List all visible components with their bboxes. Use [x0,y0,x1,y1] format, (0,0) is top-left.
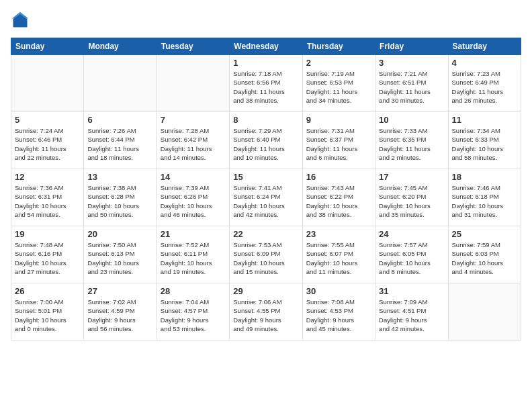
day-number: 9 [306,115,371,125]
day-number: 13 [87,172,152,182]
day-cell: 13Sunrise: 7:38 AM Sunset: 6:28 PM Dayli… [84,169,157,226]
week-row-3: 12Sunrise: 7:36 AM Sunset: 6:31 PM Dayli… [11,169,521,226]
day-cell: 24Sunrise: 7:57 AM Sunset: 6:05 PM Dayli… [375,226,448,283]
day-cell [11,55,84,112]
day-info: Sunrise: 7:39 AM Sunset: 6:26 PM Dayligh… [161,183,226,219]
day-info: Sunrise: 7:31 AM Sunset: 6:37 PM Dayligh… [306,126,371,162]
day-number: 28 [161,286,226,296]
day-cell: 27Sunrise: 7:02 AM Sunset: 4:59 PM Dayli… [84,283,157,340]
day-info: Sunrise: 7:34 AM Sunset: 6:33 PM Dayligh… [452,126,517,162]
day-info: Sunrise: 7:00 AM Sunset: 5:01 PM Dayligh… [15,298,80,333]
day-info: Sunrise: 7:38 AM Sunset: 6:28 PM Dayligh… [87,183,152,219]
day-info: Sunrise: 7:41 AM Sunset: 6:24 PM Dayligh… [233,183,298,219]
day-info: Sunrise: 7:21 AM Sunset: 6:51 PM Dayligh… [379,69,444,105]
day-cell: 10Sunrise: 7:33 AM Sunset: 6:35 PM Dayli… [375,112,448,169]
week-row-5: 26Sunrise: 7:00 AM Sunset: 5:01 PM Dayli… [11,283,521,340]
day-number: 20 [87,229,152,239]
day-number: 24 [379,229,444,239]
day-info: Sunrise: 7:19 AM Sunset: 6:53 PM Dayligh… [306,69,371,105]
day-cell: 19Sunrise: 7:48 AM Sunset: 6:16 PM Dayli… [11,226,84,283]
day-cell: 31Sunrise: 7:09 AM Sunset: 4:51 PM Dayli… [375,283,448,340]
day-number: 30 [306,286,371,296]
day-info: Sunrise: 7:28 AM Sunset: 6:42 PM Dayligh… [161,126,226,162]
day-cell: 6Sunrise: 7:26 AM Sunset: 6:44 PM Daylig… [84,112,157,169]
day-info: Sunrise: 7:29 AM Sunset: 6:40 PM Dayligh… [233,126,298,162]
day-info: Sunrise: 7:08 AM Sunset: 4:53 PM Dayligh… [306,298,371,333]
day-number: 7 [161,115,226,125]
day-cell: 9Sunrise: 7:31 AM Sunset: 6:37 PM Daylig… [302,112,375,169]
day-cell: 3Sunrise: 7:21 AM Sunset: 6:51 PM Daylig… [375,55,448,112]
day-info: Sunrise: 7:36 AM Sunset: 6:31 PM Dayligh… [15,183,80,219]
day-cell: 14Sunrise: 7:39 AM Sunset: 6:26 PM Dayli… [157,169,229,226]
day-cell: 22Sunrise: 7:53 AM Sunset: 6:09 PM Dayli… [230,226,302,283]
day-number: 1 [233,58,298,68]
day-info: Sunrise: 7:43 AM Sunset: 6:22 PM Dayligh… [306,183,371,219]
week-row-2: 5Sunrise: 7:24 AM Sunset: 6:46 PM Daylig… [11,112,521,169]
day-info: Sunrise: 7:26 AM Sunset: 6:44 PM Dayligh… [87,126,152,162]
day-cell [84,55,157,112]
day-info: Sunrise: 7:09 AM Sunset: 4:51 PM Dayligh… [379,298,444,333]
day-number: 15 [233,172,298,182]
day-number: 10 [379,115,444,125]
weekday-header-sunday: Sunday [11,38,84,55]
day-info: Sunrise: 7:04 AM Sunset: 4:57 PM Dayligh… [161,298,226,333]
day-number: 25 [452,229,517,239]
day-number: 29 [233,286,298,296]
day-number: 26 [15,286,80,296]
day-number: 8 [233,115,298,125]
weekday-header-thursday: Thursday [302,38,375,55]
day-info: Sunrise: 7:02 AM Sunset: 4:59 PM Dayligh… [87,298,152,333]
day-number: 17 [379,172,444,182]
day-cell: 5Sunrise: 7:24 AM Sunset: 6:46 PM Daylig… [11,112,84,169]
day-cell: 18Sunrise: 7:46 AM Sunset: 6:18 PM Dayli… [448,169,521,226]
day-cell: 23Sunrise: 7:55 AM Sunset: 6:07 PM Dayli… [302,226,375,283]
weekday-header-tuesday: Tuesday [157,38,229,55]
day-cell: 21Sunrise: 7:52 AM Sunset: 6:11 PM Dayli… [157,226,229,283]
day-info: Sunrise: 7:55 AM Sunset: 6:07 PM Dayligh… [306,240,371,276]
day-number: 21 [161,229,226,239]
day-number: 16 [306,172,371,182]
weekday-header-wednesday: Wednesday [230,38,302,55]
day-cell: 28Sunrise: 7:04 AM Sunset: 4:57 PM Dayli… [157,283,229,340]
day-cell: 16Sunrise: 7:43 AM Sunset: 6:22 PM Dayli… [302,169,375,226]
svg-marker-0 [13,13,28,28]
day-cell: 11Sunrise: 7:34 AM Sunset: 6:33 PM Dayli… [448,112,521,169]
calendar: SundayMondayTuesdayWednesdayThursdayFrid… [11,38,521,340]
day-info: Sunrise: 7:50 AM Sunset: 6:13 PM Dayligh… [87,240,152,276]
week-row-1: 1Sunrise: 7:18 AM Sunset: 6:56 PM Daylig… [11,55,521,112]
week-row-4: 19Sunrise: 7:48 AM Sunset: 6:16 PM Dayli… [11,226,521,283]
day-number: 6 [87,115,152,125]
day-number: 18 [452,172,517,182]
weekday-header-friday: Friday [375,38,448,55]
day-cell: 17Sunrise: 7:45 AM Sunset: 6:20 PM Dayli… [375,169,448,226]
day-cell: 20Sunrise: 7:50 AM Sunset: 6:13 PM Dayli… [84,226,157,283]
day-cell: 25Sunrise: 7:59 AM Sunset: 6:03 PM Dayli… [448,226,521,283]
day-info: Sunrise: 7:06 AM Sunset: 4:55 PM Dayligh… [233,298,298,333]
day-cell: 15Sunrise: 7:41 AM Sunset: 6:24 PM Dayli… [230,169,302,226]
day-info: Sunrise: 7:57 AM Sunset: 6:05 PM Dayligh… [379,240,444,276]
day-number: 19 [15,229,80,239]
day-info: Sunrise: 7:33 AM Sunset: 6:35 PM Dayligh… [379,126,444,162]
day-cell: 8Sunrise: 7:29 AM Sunset: 6:40 PM Daylig… [230,112,302,169]
day-number: 4 [452,58,517,68]
weekday-header-monday: Monday [84,38,157,55]
day-info: Sunrise: 7:23 AM Sunset: 6:49 PM Dayligh… [452,69,517,105]
day-info: Sunrise: 7:48 AM Sunset: 6:16 PM Dayligh… [15,240,80,276]
day-cell: 7Sunrise: 7:28 AM Sunset: 6:42 PM Daylig… [157,112,229,169]
day-info: Sunrise: 7:18 AM Sunset: 6:56 PM Dayligh… [233,69,298,105]
day-cell: 30Sunrise: 7:08 AM Sunset: 4:53 PM Dayli… [302,283,375,340]
day-cell: 29Sunrise: 7:06 AM Sunset: 4:55 PM Dayli… [230,283,302,340]
weekday-header-row: SundayMondayTuesdayWednesdayThursdayFrid… [11,38,521,55]
day-info: Sunrise: 7:46 AM Sunset: 6:18 PM Dayligh… [452,183,517,219]
day-number: 27 [87,286,152,296]
day-number: 11 [452,115,517,125]
day-number: 12 [15,172,80,182]
day-number: 3 [379,58,444,68]
logo [11,11,32,30]
day-number: 31 [379,286,444,296]
day-number: 22 [233,229,298,239]
day-number: 2 [306,58,371,68]
weekday-header-saturday: Saturday [448,38,521,55]
day-number: 23 [306,229,371,239]
day-number: 5 [15,115,80,125]
